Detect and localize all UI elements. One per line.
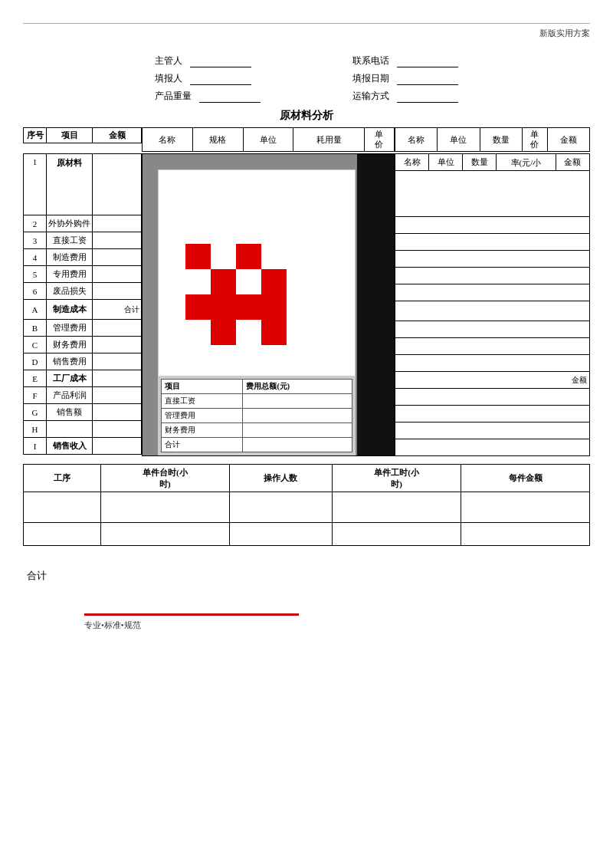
amount-6 [93,283,142,300]
th-unit-hours: 单件工时(小时) [333,465,461,492]
process-row-2-ops [229,522,332,545]
item-4: 制造费用 [47,249,93,266]
item-D: 销售费用 [47,353,93,370]
seq-1: 1 [24,154,47,215]
right-rate-label [395,355,590,372]
cost-val-1 [243,394,352,409]
pixel-logo-canvas [185,244,308,367]
item-6: 废品损失 [47,283,93,300]
th-unit-time: 单件台时(小时) [100,465,229,492]
seq-6: 6 [24,283,47,300]
process-row-1-time [100,492,229,522]
process-row-2-amount [461,522,590,545]
item-B: 管理费用 [47,320,93,337]
seq-2: 2 [24,215,47,232]
th-name2: 名称 [395,128,438,152]
amount-2 [93,215,142,232]
item-G: 销售额 [47,404,93,421]
info-phone: 联系电话 [352,54,458,67]
main-header-row: 序号 项目 金额 名称 规格 单位 耗用量 单价 名 [23,127,590,152]
th-unit-price-1: 单价 [364,128,394,152]
amount-B [93,320,142,337]
th-seq: 序号 [24,128,47,143]
th-spec: 规格 [192,128,243,152]
process-row-1-ops [229,492,332,522]
cost-col1-header: 项目 [162,380,243,394]
amount-A: 合计 [93,300,142,320]
info-section: 主管人 填报人 产品重量 联系电话 填报日期 运输方式 [23,54,590,103]
amount-1 [93,154,142,215]
process-table: 工序 单件台时(小时) 操作人数 单件工时(小时) 每件金额 [23,464,590,546]
seq-G: G [24,404,47,421]
seq-C: C [24,337,47,353]
th-name: 名称 [143,128,193,152]
process-row-2-hours [333,522,461,545]
cost-row-2: 管理费用 [162,409,243,423]
right-qty-h: 数量 [463,154,497,171]
process-row-1-hours [333,492,461,522]
item-C: 财务费用 [47,337,93,353]
phone-value [397,54,458,67]
seq-H: H [24,421,47,438]
amount-D [93,353,142,370]
item-5: 专用费用 [47,266,93,283]
section-title: 原材料分析 [23,109,590,123]
info-weight: 产品重量 [155,90,261,103]
amount-G [93,404,142,421]
weight-value [199,90,261,103]
phone-label: 联系电话 [352,54,389,67]
th-unit2: 单位 [438,128,480,152]
supervisor-label: 主管人 [155,54,182,67]
seq-B: B [24,320,47,337]
item-1: 原材料 [47,154,93,215]
weight-label: 产品重量 [155,90,192,103]
info-transport: 运输方式 [352,90,458,103]
right-amount-h: 金额 [556,154,589,171]
data-area: 1 原材料 2外协外购件 3直接工资 4制造费用 5专用费用 6废品损失 A制造… [23,153,590,456]
info-date: 填报日期 [352,72,458,85]
item-E: 工厂成本 [47,370,93,387]
seq-E: E [24,370,47,387]
amount-I [93,438,142,455]
th-qty: 数量 [480,128,522,152]
cost-row-1: 直接工资 [162,394,243,409]
process-section: 工序 单件台时(小时) 操作人数 单件工时(小时) 每件金额 [23,464,590,546]
right-name-h: 名称 [395,154,429,171]
right-unit-h: 单位 [429,154,463,171]
amount-F [93,387,142,404]
date-value [397,72,458,85]
middle-header: 名称 规格 单位 耗用量 单价 [142,127,395,152]
process-row-2-seq [24,522,101,545]
page: 新版实用方案 主管人 填报人 产品重量 联系电话 填报日期 [0,23,613,868]
amount-C [93,337,142,353]
filler-value [190,72,251,85]
seq-D: D [24,353,47,370]
process-row-1-amount [461,492,590,522]
seq-I: I [24,438,47,455]
item-I: 销售收入 [47,438,93,455]
header-title: 新版实用方案 [23,28,590,39]
header-line [23,23,590,24]
th-amount2: 金额 [547,128,589,152]
item-A: 制造成本 [47,300,93,320]
th-amount: 金额 [93,128,142,143]
cost-col2-header: 费用总额(元) [243,380,352,394]
th-unit: 单位 [243,128,293,152]
total-label: 合计 [27,570,47,581]
cost-val-3 [243,423,352,438]
right-data: 名称 单位 数量 率(元/小 金额 金额 [395,153,590,456]
th-unit-price-2: 单价 [522,128,547,152]
info-filler: 填报人 [155,72,261,85]
left-header: 序号 项目 金额 [23,127,142,152]
cost-val-4 [243,438,352,452]
cost-row-4: 合计 [162,438,243,452]
amount-3 [93,232,142,249]
right-header: 名称 单位 数量 单价 金额 [395,127,590,152]
process-row-2-time [100,522,229,545]
footer-slogan: 专业•标准•规范 [84,620,590,631]
right-rate-h: 率(元/小 [497,154,556,171]
left-rows: 1 原材料 2外协外购件 3直接工资 4制造费用 5专用费用 6废品损失 A制造… [23,153,142,456]
transport-label: 运输方式 [352,90,389,103]
amount-E [93,370,142,387]
seq-A: A [24,300,47,320]
